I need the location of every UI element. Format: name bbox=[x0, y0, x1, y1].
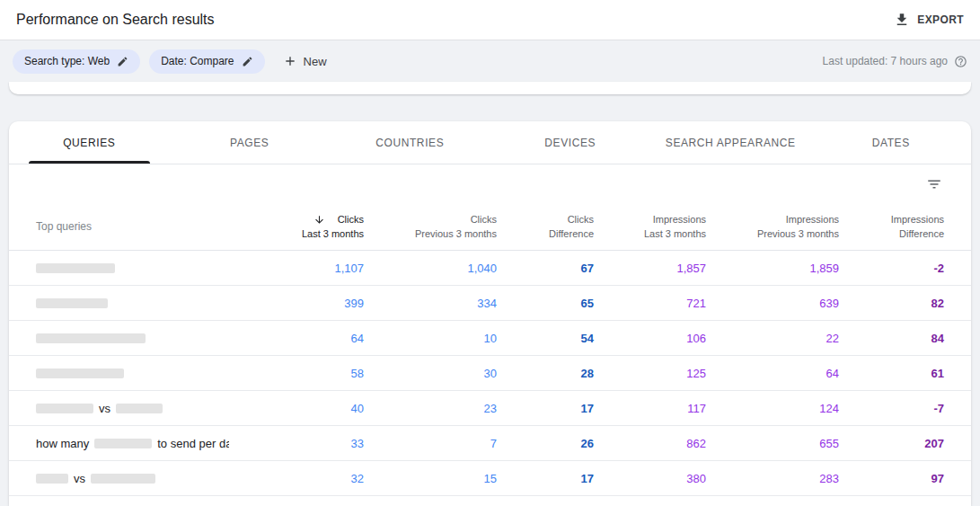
column-period-label: Difference bbox=[497, 226, 594, 241]
cell-clicks-previous-3-months: 30 bbox=[364, 367, 497, 380]
table-row[interactable]: vs32151738028397 bbox=[9, 461, 971, 496]
plus-icon bbox=[283, 54, 297, 68]
export-label: EXPORT bbox=[917, 13, 964, 26]
table-header-row: Top queries Clicks Last 3 months Clicks … bbox=[9, 203, 971, 251]
redacted-query-text bbox=[94, 439, 152, 448]
redacted-query-text bbox=[36, 333, 146, 343]
table-row[interactable]: 6410541062284 bbox=[9, 321, 971, 356]
tab-devices[interactable]: DEVICES bbox=[490, 121, 651, 164]
download-icon bbox=[894, 12, 910, 28]
column-header-impressions-previous-3-months[interactable]: Impressions Previous 3 months bbox=[706, 212, 839, 241]
search-type-chip[interactable]: Search type: Web bbox=[13, 49, 140, 74]
cell-impressions-previous-3-months: 283 bbox=[706, 472, 839, 485]
tab-dates[interactable]: DATES bbox=[811, 121, 972, 164]
export-button[interactable]: EXPORT bbox=[894, 12, 964, 28]
cell-clicks-last-3-months: 33 bbox=[229, 437, 364, 450]
cell-impressions-last-3-months: 862 bbox=[594, 437, 706, 450]
column-header-impressions-last-3-months[interactable]: Impressions Last 3 months bbox=[594, 212, 706, 241]
tab-queries[interactable]: QUERIES bbox=[9, 121, 170, 164]
cell-clicks-last-3-months: 64 bbox=[229, 332, 364, 345]
cell-impressions-difference: -7 bbox=[839, 402, 944, 415]
column-header-impressions-difference[interactable]: Impressions Difference bbox=[839, 212, 944, 241]
column-group-label: Clicks bbox=[338, 212, 364, 226]
cell-clicks-previous-3-months: 23 bbox=[364, 402, 497, 415]
query-cell bbox=[36, 333, 229, 343]
filter-list-icon[interactable] bbox=[926, 176, 942, 192]
redacted-query-text bbox=[36, 298, 108, 308]
cell-impressions-last-3-months: 106 bbox=[594, 332, 706, 345]
cell-impressions-last-3-months: 125 bbox=[594, 367, 706, 380]
cell-impressions-difference: 84 bbox=[839, 332, 944, 345]
query-text: to send per day bbox=[157, 437, 229, 450]
cell-impressions-last-3-months: 380 bbox=[594, 472, 706, 485]
cell-clicks-last-3-months: 40 bbox=[229, 402, 364, 415]
cell-clicks-previous-3-months: 1,040 bbox=[364, 262, 497, 275]
date-compare-chip[interactable]: Date: Compare bbox=[149, 49, 264, 74]
cell-impressions-previous-3-months: 1,859 bbox=[706, 262, 839, 275]
search-type-chip-label: Search type: Web bbox=[24, 55, 110, 67]
query-cell: vs bbox=[36, 402, 229, 415]
sort-descending-icon bbox=[313, 214, 325, 226]
tab-search-appearance[interactable]: SEARCH APPEARANCE bbox=[650, 121, 811, 164]
tab-pages[interactable]: PAGES bbox=[170, 121, 331, 164]
tab-label: COUNTRIES bbox=[375, 137, 444, 149]
cell-clicks-previous-3-months: 334 bbox=[364, 297, 497, 310]
filter-bar: Search type: Web Date: Compare New Last … bbox=[0, 40, 980, 82]
column-group-label: Clicks bbox=[471, 212, 497, 226]
table-row[interactable]: vs402317117124-7 bbox=[9, 391, 971, 426]
column-group-label: Clicks bbox=[568, 212, 594, 226]
table-row[interactable]: 3993346572163982 bbox=[9, 286, 971, 321]
page: Performance on Search results EXPORT Sea… bbox=[0, 0, 980, 506]
cell-clicks-last-3-months: 399 bbox=[229, 297, 364, 310]
table-row[interactable]: how manyto send per day33726862655207 bbox=[9, 426, 971, 461]
cell-impressions-previous-3-months: 124 bbox=[706, 402, 839, 415]
tab-countries[interactable]: COUNTRIES bbox=[330, 121, 490, 164]
column-header-clicks-last-3-months[interactable]: Clicks Last 3 months bbox=[229, 212, 364, 241]
column-header-clicks-previous-3-months[interactable]: Clicks Previous 3 months bbox=[364, 212, 497, 241]
tab-label: PAGES bbox=[230, 137, 269, 149]
help-icon[interactable] bbox=[954, 55, 967, 68]
tab-label: DATES bbox=[872, 137, 910, 149]
column-group-label: Impressions bbox=[786, 212, 839, 226]
table-card: QUERIES PAGES COUNTRIES DEVICES SEARCH A… bbox=[9, 121, 971, 506]
table-row[interactable]: 1,1071,040671,8571,859-2 bbox=[9, 251, 971, 286]
column-header-clicks-difference[interactable]: Clicks Difference bbox=[497, 212, 594, 241]
date-compare-chip-label: Date: Compare bbox=[161, 55, 234, 67]
chart-card-bottom-edge bbox=[9, 82, 971, 94]
cell-clicks-difference: 17 bbox=[497, 472, 594, 485]
tab-label: DEVICES bbox=[544, 137, 596, 149]
query-cell: vs bbox=[36, 472, 229, 485]
table-row[interactable]: 5830281256461 bbox=[9, 356, 971, 391]
redacted-query-text bbox=[36, 404, 93, 413]
cell-impressions-previous-3-months: 22 bbox=[706, 332, 839, 345]
column-header-top-queries[interactable]: Top queries bbox=[36, 220, 229, 233]
cell-clicks-difference: 17 bbox=[497, 402, 594, 415]
query-text: how many bbox=[36, 437, 89, 450]
cell-impressions-difference: 61 bbox=[839, 367, 944, 380]
cell-impressions-last-3-months: 117 bbox=[594, 402, 706, 415]
cell-clicks-difference: 26 bbox=[497, 437, 594, 450]
cell-impressions-last-3-months: 721 bbox=[594, 297, 706, 310]
cell-impressions-previous-3-months: 655 bbox=[706, 437, 839, 450]
cell-clicks-last-3-months: 32 bbox=[229, 472, 364, 485]
column-period-label: Last 3 months bbox=[594, 226, 706, 241]
redacted-query-text bbox=[116, 404, 163, 413]
cell-clicks-previous-3-months: 7 bbox=[364, 437, 497, 450]
cell-clicks-difference: 28 bbox=[497, 367, 594, 380]
query-text: vs bbox=[99, 402, 110, 415]
column-period-label: Last 3 months bbox=[229, 226, 364, 241]
table-toolbar bbox=[9, 164, 971, 203]
query-cell bbox=[36, 298, 229, 308]
redacted-query-text bbox=[91, 474, 155, 484]
redacted-query-text bbox=[36, 368, 124, 378]
last-updated-text: Last updated: 7 hours ago bbox=[823, 55, 948, 67]
cell-clicks-last-3-months: 1,107 bbox=[229, 262, 364, 275]
top-bar: Performance on Search results EXPORT bbox=[0, 0, 980, 40]
new-filter-button[interactable]: New bbox=[283, 54, 327, 68]
cell-clicks-difference: 54 bbox=[497, 332, 594, 345]
column-period-label: Previous 3 months bbox=[706, 226, 839, 241]
table-body: 1,1071,040671,8571,859-23993346572163982… bbox=[9, 251, 971, 506]
cell-impressions-difference: -2 bbox=[839, 262, 944, 275]
column-period-label: Difference bbox=[839, 226, 944, 241]
cell-clicks-difference: 67 bbox=[497, 262, 594, 275]
